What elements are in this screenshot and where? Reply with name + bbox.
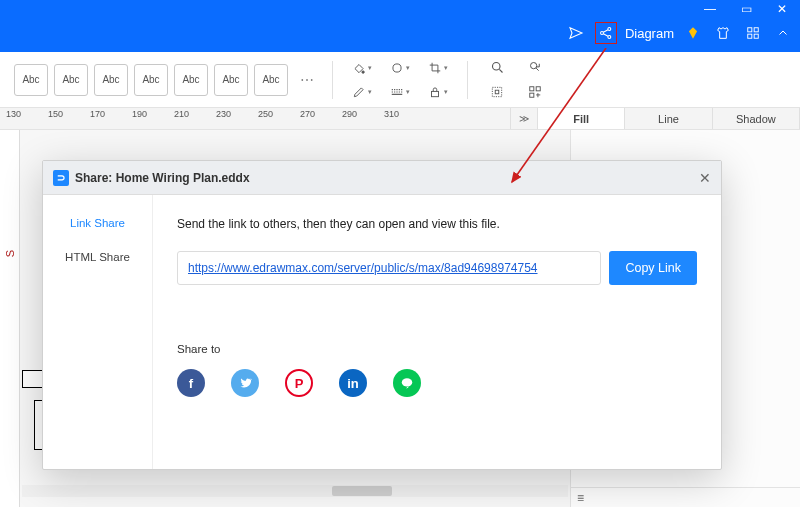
svg-point-1: [608, 28, 611, 31]
line-icon[interactable]: [393, 369, 421, 397]
fill-tool-icon[interactable]: ▾: [347, 58, 377, 78]
ruler-tick: 130: [6, 109, 21, 119]
svg-point-0: [600, 32, 603, 35]
window-controls: — ▭ ✕: [692, 0, 800, 18]
dialog-title: Share: Home Wiring Plan.eddx: [75, 171, 250, 185]
horizontal-scrollbar[interactable]: [22, 485, 568, 497]
ruler-tick: 150: [48, 109, 63, 119]
apps-icon[interactable]: [742, 22, 764, 44]
tab-html-share[interactable]: HTML Share: [65, 251, 130, 263]
shape-tool-icon[interactable]: ▾: [385, 58, 415, 78]
svg-rect-12: [495, 90, 499, 94]
dialog-close-button[interactable]: ✕: [699, 170, 711, 186]
ruler-tick: 310: [384, 109, 399, 119]
svg-point-8: [393, 63, 401, 71]
share-icon[interactable]: [595, 22, 617, 44]
dialog-main: Send the link to others, then they can o…: [153, 195, 721, 469]
copy-link-button[interactable]: Copy Link: [609, 251, 697, 285]
diamond-icon[interactable]: [682, 22, 704, 44]
collapse-panel-button[interactable]: ≫: [510, 108, 538, 129]
pinterest-icon[interactable]: P: [285, 369, 313, 397]
titlebar-right: Diagram: [565, 22, 794, 44]
style-preset[interactable]: Abc: [54, 64, 88, 96]
style-preset[interactable]: Abc: [254, 64, 288, 96]
facebook-icon[interactable]: f: [177, 369, 205, 397]
dialog-header: ⊃ Share: Home Wiring Plan.eddx ✕: [43, 161, 721, 195]
tab-link-share[interactable]: Link Share: [70, 217, 125, 229]
twitter-icon[interactable]: [231, 369, 259, 397]
svg-rect-4: [754, 28, 758, 32]
title-bar: — ▭ ✕ Diagram: [0, 0, 800, 52]
divider: [467, 61, 468, 99]
svg-rect-6: [754, 34, 758, 38]
svg-rect-14: [530, 86, 534, 90]
share-link[interactable]: https://www.edrawmax.com/server/public/s…: [188, 261, 538, 275]
side-panel-header: ≫ Fill Line Shadow: [510, 108, 800, 129]
style-preset[interactable]: Abc: [14, 64, 48, 96]
tab-shadow[interactable]: Shadow: [713, 108, 800, 129]
style-preset[interactable]: Abc: [134, 64, 168, 96]
more-presets-icon[interactable]: ⋯: [296, 72, 318, 88]
components-icon[interactable]: [520, 82, 550, 102]
linkedin-icon[interactable]: in: [339, 369, 367, 397]
pen-tool-icon[interactable]: ▾: [347, 82, 377, 102]
svg-rect-3: [748, 28, 752, 32]
style-preset[interactable]: Abc: [214, 64, 248, 96]
crop-tool-icon[interactable]: ▾: [423, 58, 453, 78]
style-preset[interactable]: Abc: [174, 64, 208, 96]
svg-rect-11: [492, 87, 501, 96]
ruler-tick: 270: [300, 109, 315, 119]
ruler-tick: 230: [216, 109, 231, 119]
ruler-tick: 250: [258, 109, 273, 119]
dialog-description: Send the link to others, then they can o…: [177, 217, 697, 231]
send-icon[interactable]: [565, 22, 587, 44]
svg-point-2: [608, 36, 611, 39]
svg-rect-15: [536, 86, 540, 90]
replace-icon[interactable]: [520, 58, 550, 78]
tshirt-icon[interactable]: [712, 22, 734, 44]
svg-point-7: [362, 70, 364, 72]
maximize-button[interactable]: ▭: [728, 0, 764, 18]
svg-rect-9: [432, 91, 439, 96]
ruler-tick: 210: [174, 109, 189, 119]
ruler-tick: 170: [90, 109, 105, 119]
style-preset-group: Abc Abc Abc Abc Abc Abc Abc: [14, 64, 288, 96]
app-logo-icon: ⊃: [53, 170, 69, 186]
vertical-ruler: S: [0, 130, 20, 507]
share-link-field[interactable]: https://www.edrawmax.com/server/public/s…: [177, 251, 601, 285]
search-icon[interactable]: [482, 58, 512, 78]
close-window-button[interactable]: ✕: [764, 0, 800, 18]
panel-footer-icon[interactable]: ≡: [571, 487, 800, 507]
ruler-tick: 290: [342, 109, 357, 119]
app-name-label: Diagram: [625, 26, 674, 41]
svg-point-10: [492, 63, 500, 71]
tab-fill[interactable]: Fill: [538, 108, 625, 129]
social-buttons: f P in: [177, 369, 697, 397]
svg-rect-16: [530, 93, 534, 97]
select-all-icon[interactable]: [482, 82, 512, 102]
dialog-sidebar: Link Share HTML Share: [43, 195, 153, 469]
minimize-button[interactable]: —: [692, 0, 728, 18]
svg-point-13: [530, 63, 536, 69]
collapse-ribbon-icon[interactable]: [772, 22, 794, 44]
svg-rect-5: [748, 34, 752, 38]
canvas-label: S: [4, 250, 16, 257]
share-dialog: ⊃ Share: Home Wiring Plan.eddx ✕ Link Sh…: [42, 160, 722, 470]
ruler-tick: 190: [132, 109, 147, 119]
line-style-icon[interactable]: ▾: [385, 82, 415, 102]
tab-line[interactable]: Line: [625, 108, 712, 129]
svg-point-17: [402, 378, 413, 386]
lock-tool-icon[interactable]: ▾: [423, 82, 453, 102]
tool-row: Abc Abc Abc Abc Abc Abc Abc ⋯ ▾ ▾ ▾ ▾ ▾ …: [0, 52, 800, 108]
share-to-label: Share to: [177, 343, 697, 355]
ruler: 130 150 170 190 210 230 250 270 290 310: [0, 108, 510, 129]
style-preset[interactable]: Abc: [94, 64, 128, 96]
ruler-bar: 130 150 170 190 210 230 250 270 290 310 …: [0, 108, 800, 130]
divider: [332, 61, 333, 99]
